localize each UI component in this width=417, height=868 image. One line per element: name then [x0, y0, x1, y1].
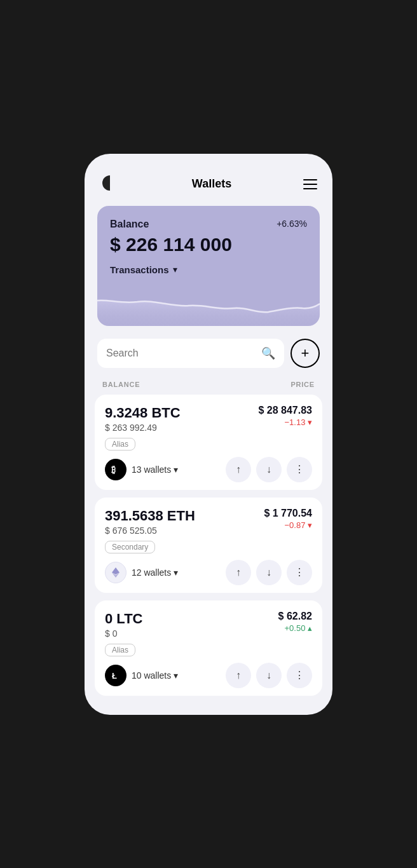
- eth-send-button[interactable]: ↑: [226, 560, 251, 585]
- eth-logo: [105, 562, 126, 583]
- search-row: 🔍 +: [85, 339, 332, 378]
- eth-actions: ↑ ↓ ⋮: [226, 560, 312, 585]
- btc-more-button[interactable]: ⋮: [287, 457, 312, 482]
- ltc-usd: $ 0: [105, 628, 142, 639]
- app-logo: [100, 173, 120, 196]
- btc-wallet-count[interactable]: 13 wallets ▾: [132, 465, 178, 475]
- balance-change: +6.63%: [277, 219, 307, 229]
- ltc-more-button[interactable]: ⋮: [287, 663, 312, 688]
- btc-wallets-chevron: ▾: [174, 465, 178, 475]
- balance-amount: $ 226 114 000: [110, 234, 307, 255]
- balance-card: Balance +6.63% $ 226 114 000 Transaction…: [97, 206, 320, 326]
- eth-amount: 391.5638 ETH: [105, 508, 195, 524]
- eth-price: $ 1 770.54: [264, 508, 312, 519]
- menu-button[interactable]: [303, 179, 317, 189]
- btc-price: $ 28 847.83: [258, 405, 312, 416]
- btc-change: −1.13 ▾: [258, 417, 312, 427]
- btc-send-button[interactable]: ↑: [226, 457, 251, 482]
- ltc-change: +0.50 ▴: [278, 623, 312, 633]
- eth-more-button[interactable]: ⋮: [287, 560, 312, 585]
- btc-amount: 9.3248 BTC: [105, 405, 181, 421]
- table-headers: BALANCE PRICE: [85, 378, 332, 395]
- transactions-label: Transactions: [110, 264, 169, 275]
- balance-label: Balance: [110, 219, 149, 230]
- ltc-price: $ 62.82: [278, 611, 312, 622]
- ltc-alias: Alias: [105, 644, 135, 656]
- ltc-receive-button[interactable]: ↓: [256, 663, 282, 688]
- balance-chart: [97, 281, 320, 326]
- svg-text:₿: ₿: [111, 465, 116, 475]
- balance-header-label: BALANCE: [102, 381, 140, 388]
- btc-usd: $ 263 992.49: [105, 423, 181, 433]
- eth-change: −0.87 ▾: [264, 520, 312, 530]
- transactions-row[interactable]: Transactions ▾: [110, 264, 307, 275]
- eth-alias: Secondary: [105, 541, 155, 553]
- svg-text:Ł: Ł: [112, 671, 117, 681]
- search-box[interactable]: 🔍: [97, 339, 284, 368]
- ltc-send-button[interactable]: ↑: [226, 663, 251, 688]
- btc-receive-button[interactable]: ↓: [256, 457, 282, 482]
- coin-list: 9.3248 BTC $ 263 992.49 $ 28 847.83 −1.1…: [85, 395, 332, 696]
- btc-actions: ↑ ↓ ⋮: [226, 457, 312, 482]
- transactions-chevron: ▾: [173, 264, 177, 275]
- coin-card-btc: 9.3248 BTC $ 263 992.49 $ 28 847.83 −1.1…: [95, 395, 322, 490]
- ltc-amount: 0 LTC: [105, 611, 142, 627]
- search-icon: 🔍: [261, 346, 275, 360]
- add-wallet-button[interactable]: +: [291, 339, 320, 368]
- ltc-logo: Ł: [105, 665, 126, 686]
- btc-alias: Alias: [105, 438, 135, 451]
- eth-usd: $ 676 525.05: [105, 526, 195, 536]
- btc-logo: ₿: [105, 459, 126, 480]
- ltc-actions: ↑ ↓ ⋮: [226, 663, 312, 688]
- price-header-label: PRICE: [291, 381, 315, 388]
- ltc-wallets-chevron: ▾: [174, 670, 178, 681]
- search-input[interactable]: [106, 348, 256, 359]
- app-header: Wallets: [85, 166, 332, 206]
- ltc-wallet-count[interactable]: 10 wallets ▾: [132, 670, 178, 681]
- page-title: Wallets: [192, 177, 231, 191]
- eth-wallets-chevron: ▾: [174, 567, 178, 578]
- eth-receive-button[interactable]: ↓: [256, 560, 282, 585]
- coin-card-eth: 391.5638 ETH $ 676 525.05 $ 1 770.54 −0.…: [95, 498, 322, 593]
- eth-wallet-count[interactable]: 12 wallets ▾: [132, 567, 178, 578]
- coin-card-ltc: 0 LTC $ 0 $ 62.82 +0.50 ▴ Alias Ł: [95, 600, 322, 696]
